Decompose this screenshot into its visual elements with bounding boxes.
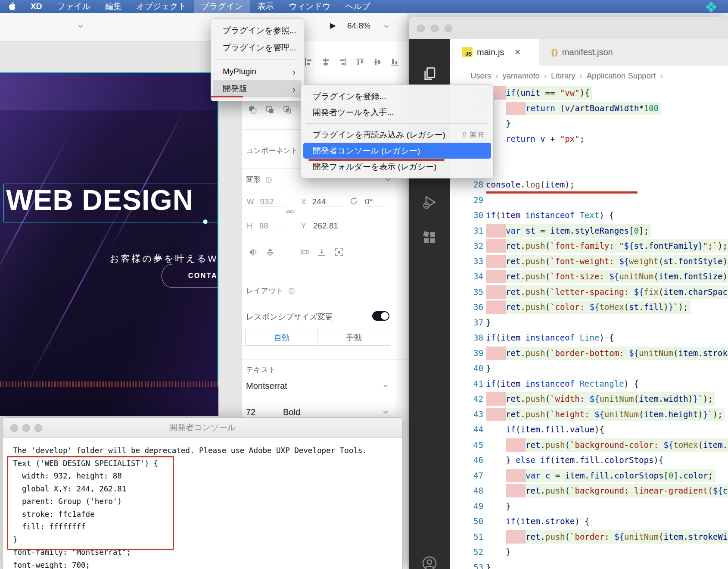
chevron-down-icon[interactable] [77, 22, 84, 32]
files-icon[interactable] [421, 66, 438, 82]
breadcrumb-item[interactable]: Users [470, 71, 491, 81]
menubar-item[interactable]: プラグイン [194, 0, 250, 13]
app-menu-xd[interactable]: XD [23, 0, 50, 13]
font-weight-select[interactable]: Bold [283, 407, 300, 417]
rotation-field[interactable]: 0° [365, 197, 386, 207]
menubar-item[interactable]: オブジェクト [129, 0, 194, 13]
menu-item-reload[interactable]: プラグインを再読み込み (レガシー)⇧⌘R [303, 127, 491, 143]
diff-indent-marker [486, 300, 506, 314]
screen-share-icon[interactable] [706, 1, 717, 15]
code-text: } [506, 499, 510, 514]
code-text: return (v/artBoardWidth*100 [526, 101, 659, 116]
height-field[interactable]: H 88 [247, 221, 284, 231]
info-icon[interactable] [288, 287, 296, 295]
code-line: 37} [450, 315, 728, 331]
width-field[interactable]: W 932 [247, 197, 285, 207]
extensions-icon[interactable] [421, 229, 438, 246]
debug-icon[interactable] [421, 194, 438, 210]
menubar-item[interactable]: ウィンドウ [281, 0, 338, 13]
align-bottom-arrow-icon[interactable] [317, 247, 327, 259]
y-field[interactable]: Y 262.81 [301, 221, 343, 231]
menu-item-show-folder[interactable]: 開発フォルダーを表示 (レガシー) [303, 159, 491, 175]
auto-tab[interactable]: 自動 [245, 329, 318, 346]
menubar-item[interactable]: ヘルプ [338, 0, 377, 13]
x-field[interactable]: X 244 [301, 197, 342, 207]
align-right-icon[interactable] [338, 57, 348, 69]
artboard-guide-vertical [218, 72, 218, 385]
align-left-icon[interactable] [303, 57, 314, 69]
chevron-down-icon[interactable] [382, 382, 389, 391]
manual-tab[interactable]: 手動 [317, 329, 390, 346]
breadcrumb[interactable]: Users›yamamoto›Library›Application Suppo… [450, 66, 728, 86]
y-value[interactable]: 262.81 [313, 221, 343, 231]
xd-artboard[interactable]: WEB DESIGN お客様の夢を叶えるW CONTACT [0, 72, 218, 416]
fit-icon[interactable] [334, 247, 344, 259]
line-number: 35 [450, 284, 483, 300]
selection-box[interactable] [3, 184, 218, 222]
responsive-resize-toggle[interactable] [372, 311, 389, 321]
zoom-window-icon[interactable] [445, 25, 452, 32]
chevron-down-icon[interactable] [383, 22, 390, 32]
rotation-value[interactable]: 0° [365, 197, 386, 207]
minimize-window-icon[interactable] [431, 25, 439, 32]
apple-menu-icon[interactable] [9, 2, 16, 11]
account-icon[interactable] [421, 555, 438, 569]
menubar-item[interactable]: ファイル [50, 0, 98, 13]
lock-aspect-icon[interactable] [285, 206, 295, 217]
info-icon[interactable] [265, 176, 273, 184]
javascript-file-icon: JS [462, 47, 473, 57]
line-number: 47 [450, 468, 483, 484]
distribute-h-icon[interactable] [299, 247, 310, 259]
font-family-select[interactable]: Montserrat [246, 381, 287, 391]
code-text: } [506, 544, 510, 560]
bool-subtract-icon[interactable] [265, 105, 275, 117]
minimize-window-icon[interactable] [22, 424, 30, 432]
x-value[interactable]: 244 [312, 197, 342, 207]
macos-menubar: XD ファイル編集オブジェクトプラグイン表示ウィンドウヘルプ [0, 0, 728, 13]
align-center-v-icon[interactable] [372, 57, 383, 69]
breadcrumb-item[interactable]: Application Support [587, 71, 656, 81]
zoom-window-icon[interactable] [34, 424, 42, 432]
height-value[interactable]: 88 [259, 221, 284, 231]
code-text: } else if(item.fill.colorStops){ [506, 453, 663, 468]
developer-console-titlebar[interactable]: 開発者コンソール [3, 418, 402, 438]
contact-button[interactable]: CONTACT [162, 264, 218, 288]
flip-h-icon[interactable] [248, 247, 258, 259]
close-icon[interactable]: × [514, 46, 520, 58]
flip-v-icon[interactable] [265, 247, 275, 259]
menubar-item[interactable]: 表示 [250, 0, 281, 13]
align-center-h-icon[interactable] [320, 57, 331, 69]
menu-item-dev-console[interactable]: 開発者コンソール (レガシー) [303, 143, 491, 159]
close-window-icon[interactable] [417, 25, 425, 32]
align-bottom-icon[interactable] [389, 57, 400, 69]
breadcrumb-item[interactable]: yamamoto [502, 71, 539, 81]
font-size-select[interactable]: 72 [246, 407, 255, 417]
editor-tab[interactable]: JSmain.js× [450, 39, 539, 66]
bool-intersect-icon[interactable] [282, 105, 292, 117]
menu-item-myplugin[interactable]: MyPlugin› [213, 63, 302, 80]
close-window-icon[interactable] [10, 424, 18, 432]
breadcrumb-item[interactable]: Library [551, 71, 576, 81]
width-value[interactable]: 932 [260, 197, 285, 207]
menu-item-register[interactable]: プラグインを登録... [303, 88, 491, 104]
menu-item-label: 開発者ツールを入手... [313, 107, 394, 118]
vscode-titlebar[interactable] [409, 17, 728, 39]
bool-add-icon[interactable] [248, 105, 258, 117]
menu-item-manage[interactable]: プラグインを管理... [213, 39, 302, 56]
menu-item-browse[interactable]: プラグインを参照... [213, 22, 302, 39]
play-button[interactable]: ▶ [330, 21, 336, 30]
code-line: 36ret.push(`color: ${toHex(st.fill)}`); [450, 300, 728, 315]
selection-handle[interactable] [203, 219, 208, 224]
code-text: ret.push(`border: ${unitNum(item.strokeW… [526, 529, 728, 545]
menu-item-get-tools[interactable]: 開発者ツールを入手... [303, 104, 491, 120]
menubar-item[interactable]: 編集 [98, 0, 129, 13]
menu-item-development[interactable]: 開発版› [213, 80, 302, 97]
chevron-down-icon[interactable] [382, 408, 389, 418]
diff-indent-marker [506, 438, 526, 452]
tab-label: main.js [477, 47, 504, 57]
rotate-icon[interactable] [348, 196, 359, 206]
zoom-level[interactable]: 64.8% [347, 21, 370, 31]
hero-subtitle-text[interactable]: お客様の夢を叶えるW [110, 253, 218, 265]
editor-tab[interactable]: {}manifest.json [539, 39, 621, 66]
align-top-icon[interactable] [355, 57, 365, 69]
